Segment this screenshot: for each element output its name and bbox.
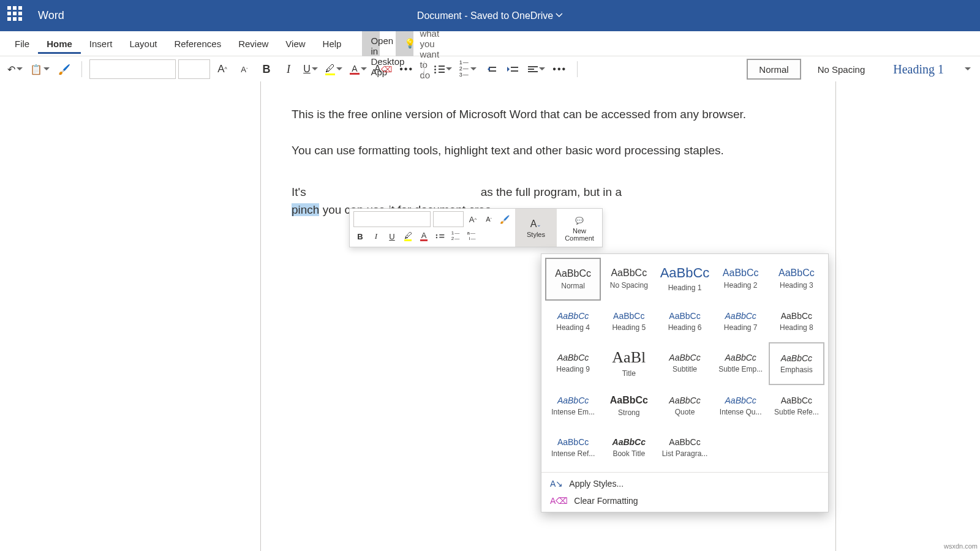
mini-highlight-button[interactable]: 🖊 xyxy=(401,230,415,243)
mini-styles-button[interactable]: A⌄ Styles xyxy=(515,209,556,247)
highlight-button[interactable]: 🖊 xyxy=(323,61,345,77)
style-gallery-item[interactable]: AaBbCcHeading 8 xyxy=(769,301,824,342)
mini-multilevel-list-button[interactable]: a— i— xyxy=(465,230,478,243)
paragraph: This is the free online version of Micro… xyxy=(292,106,805,124)
style-label: Heading 5 xyxy=(612,323,646,332)
style-sample-text: AaBbCc xyxy=(725,353,756,362)
underline-button[interactable]: U xyxy=(301,61,320,77)
style-gallery-item[interactable]: AaBbCcIntense Qu... xyxy=(713,385,769,427)
style-gallery-item[interactable]: AaBbCcHeading 6 xyxy=(657,301,712,342)
numbered-list-button[interactable]: 1—2—3— xyxy=(457,61,479,77)
style-sample-text: AaBbCc xyxy=(781,395,812,405)
more-font-button[interactable]: ••• xyxy=(397,61,417,77)
tab-review[interactable]: Review xyxy=(230,34,277,54)
format-painter-button[interactable]: 🖌️ xyxy=(55,61,74,77)
tab-layout[interactable]: Layout xyxy=(121,34,165,54)
bold-button[interactable]: B xyxy=(257,61,276,77)
style-gallery-item[interactable]: AaBbCcStrong xyxy=(601,385,657,427)
selected-text: pinch xyxy=(292,203,319,216)
undo-button[interactable]: ↶ xyxy=(5,61,25,77)
mini-underline-button[interactable]: U xyxy=(385,230,399,243)
mini-italic-button[interactable]: I xyxy=(369,230,383,243)
ribbon-tabs: File Home Insert Layout References Revie… xyxy=(0,31,980,56)
style-label: Subtle Refe... xyxy=(774,408,819,416)
style-gallery-item[interactable]: AaBbCcSubtle Emp... xyxy=(713,342,769,384)
bullet-list-button[interactable] xyxy=(432,61,454,77)
paste-button[interactable]: 📋 xyxy=(28,61,52,77)
tab-home[interactable]: Home xyxy=(38,34,81,54)
document-title[interactable]: Document - Saved to OneDrive xyxy=(417,10,563,21)
app-launcher-icon[interactable] xyxy=(7,6,27,26)
style-sample-text: AaBbCc xyxy=(660,265,710,281)
tab-view[interactable]: View xyxy=(277,34,314,54)
style-gallery-item[interactable]: AaBbCcHeading 1 xyxy=(657,258,712,299)
style-gallery-item[interactable]: AaBbCcHeading 4 xyxy=(545,301,601,342)
style-gallery-item[interactable]: AaBbCcHeading 3 xyxy=(769,258,824,299)
tab-insert[interactable]: Insert xyxy=(81,34,121,54)
tab-file[interactable]: File xyxy=(6,34,38,54)
shrink-font-button[interactable]: Aˇ xyxy=(235,61,254,77)
font-size-input[interactable] xyxy=(178,59,210,79)
clear-formatting-gallery-button[interactable]: A⌫ Clear Formatting xyxy=(541,492,828,509)
style-gallery-item[interactable]: AaBbCcEmphasis xyxy=(769,342,824,385)
mini-format-painter-button[interactable]: 🖌️ xyxy=(498,212,511,226)
style-gallery-item[interactable]: AaBbCcSubtle Refe... xyxy=(769,385,824,427)
style-gallery-item[interactable]: AaBbCcSubtitle xyxy=(657,342,712,384)
style-gallery-item[interactable]: AaBbCcIntense Em... xyxy=(545,385,601,427)
comment-icon: 💬 xyxy=(575,214,584,227)
style-gallery-item[interactable]: AaBbCcHeading 9 xyxy=(545,342,601,384)
mini-font-size-input[interactable] xyxy=(433,211,464,227)
align-button[interactable] xyxy=(526,61,548,77)
style-label: Heading 9 xyxy=(556,365,590,373)
increase-indent-button[interactable] xyxy=(503,61,523,77)
grow-font-button[interactable]: A^ xyxy=(213,61,232,77)
style-normal-button[interactable]: Normal xyxy=(747,59,801,80)
style-gallery-item[interactable]: AaBbCcList Paragra... xyxy=(657,427,712,468)
style-heading1-button[interactable]: Heading 1 xyxy=(881,59,956,79)
style-label: Heading 6 xyxy=(668,323,702,332)
title-bar: Word Document - Saved to OneDrive xyxy=(0,0,980,31)
style-sample-text: AaBbCc xyxy=(778,268,815,279)
mini-bold-button[interactable]: B xyxy=(353,230,367,243)
tab-help[interactable]: Help xyxy=(314,34,350,54)
document-title-text: Document - Saved to OneDrive xyxy=(417,10,553,21)
app-name: Word xyxy=(38,9,64,22)
mini-grow-font-button[interactable]: A^ xyxy=(466,212,480,226)
clear-formatting-button[interactable]: A⌫ xyxy=(372,61,394,77)
styles-expand-button[interactable] xyxy=(960,59,975,79)
mini-shrink-font-button[interactable]: Aˇ xyxy=(482,212,496,226)
mini-font-name-input[interactable] xyxy=(353,211,431,227)
font-color-button[interactable]: A xyxy=(347,61,369,77)
apply-styles-button[interactable]: A↘ Apply Styles... xyxy=(541,475,828,492)
style-gallery-item[interactable]: AaBbCcHeading 2 xyxy=(713,258,769,299)
style-label: Heading 1 xyxy=(668,283,702,292)
styles-gallery: AaBbCcNormalAaBbCcNo SpacingAaBbCcHeadin… xyxy=(541,253,829,512)
font-name-input[interactable] xyxy=(89,59,176,79)
decrease-indent-button[interactable] xyxy=(481,61,501,77)
more-paragraph-button[interactable]: ••• xyxy=(550,61,570,77)
mini-new-comment-button[interactable]: 💬 New Comment xyxy=(556,209,602,247)
style-sample-text: AaBl xyxy=(612,348,646,367)
ribbon-toolbar: ↶ 📋 🖌️ A^ Aˇ B I U 🖊 A A⌫ ••• 1—2—3— •••… xyxy=(0,56,980,83)
style-no-spacing-button[interactable]: No Spacing xyxy=(806,59,877,79)
style-gallery-item[interactable]: AaBbCcNo Spacing xyxy=(601,258,657,299)
open-in-desktop-button[interactable]: Open in Desktop App xyxy=(362,31,380,56)
style-gallery-item[interactable]: AaBbCcHeading 7 xyxy=(713,301,769,342)
style-gallery-item[interactable]: AaBbCcQuote xyxy=(657,385,712,427)
style-label: Intense Em... xyxy=(551,408,595,416)
style-gallery-item[interactable]: AaBlTitle xyxy=(601,342,657,384)
style-gallery-item[interactable]: AaBbCcNormal xyxy=(545,258,601,301)
style-gallery-item[interactable]: AaBbCcIntense Ref... xyxy=(545,427,601,468)
italic-button[interactable]: I xyxy=(279,61,298,77)
style-label: Normal xyxy=(561,282,585,290)
style-label: Book Title xyxy=(612,449,645,458)
tab-references[interactable]: References xyxy=(165,34,230,54)
mini-numbered-list-button[interactable]: 1—2— xyxy=(449,230,462,243)
tell-me-search[interactable]: 💡 Tell me what you want to do xyxy=(396,31,413,56)
style-gallery-item[interactable]: AaBbCcBook Title xyxy=(601,427,657,468)
mini-font-color-button[interactable]: A xyxy=(417,230,431,243)
mini-bullet-list-button[interactable] xyxy=(433,230,447,243)
style-sample-text: AaBbCc xyxy=(613,311,644,321)
style-gallery-item[interactable]: AaBbCcHeading 5 xyxy=(601,301,657,342)
style-sample-text: AaBbCc xyxy=(557,437,589,447)
